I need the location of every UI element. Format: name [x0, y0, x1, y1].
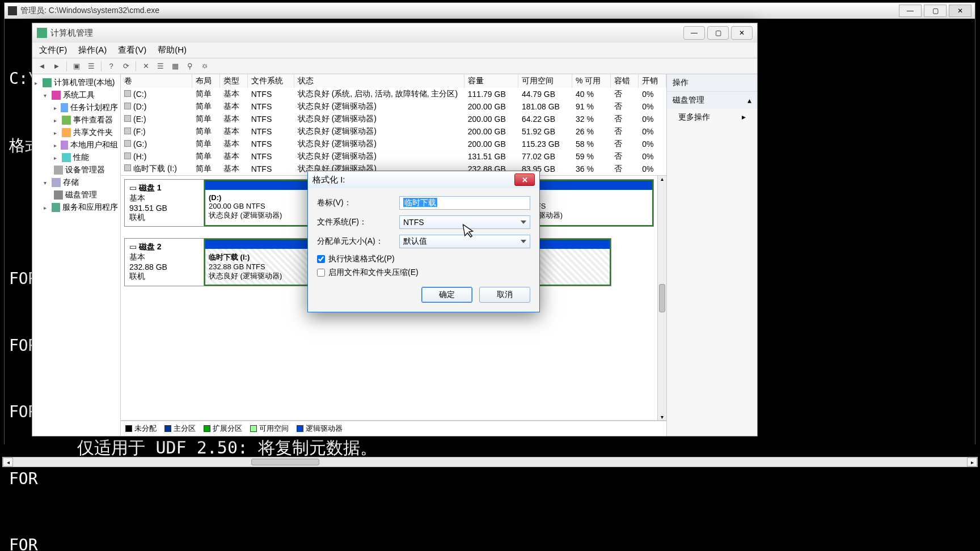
- refresh-icon[interactable]: ⟳: [120, 60, 132, 73]
- col-pct-free[interactable]: % 可用: [572, 74, 611, 88]
- table-row[interactable]: (C:)简单基本NTFS状态良好 (系统, 启动, 活动, 故障转储, 主分区)…: [121, 88, 666, 100]
- mgmt-close-button[interactable]: ✕: [731, 26, 753, 40]
- col-overhead[interactable]: 开销: [639, 74, 666, 88]
- table-row[interactable]: (E:)简单基本NTFS状态良好 (逻辑驱动器)200.00 GB64.22 G…: [121, 113, 666, 125]
- compression-checkbox[interactable]: 启用文件和文件夹压缩(E): [317, 268, 530, 278]
- cancel-button[interactable]: 取消: [479, 287, 530, 303]
- filesystem-select[interactable]: NTFS: [399, 215, 530, 229]
- mgmt-minimize-button[interactable]: —: [683, 26, 705, 40]
- label-allocation: 分配单元大小(A)：: [317, 236, 399, 247]
- back-icon[interactable]: ◄: [36, 60, 48, 73]
- menu-view[interactable]: 查看(V): [116, 44, 149, 57]
- format-dialog: 格式化 I: ✕ 卷标(V)： 临时下载 文件系统(F)： NTFS 分配单元大…: [307, 171, 540, 312]
- table-row[interactable]: (D:)简单基本NTFS状态良好 (逻辑驱动器)200.00 GB181.08 …: [121, 100, 666, 113]
- mgmt-app-icon: [37, 28, 47, 38]
- col-fault[interactable]: 容错: [611, 74, 639, 88]
- find-icon[interactable]: ⚲: [184, 60, 196, 73]
- col-status[interactable]: 状态: [294, 74, 464, 88]
- table-row[interactable]: (G:)简单基本NTFS状态良好 (逻辑驱动器)200.00 GB115.23 …: [121, 138, 666, 150]
- disk2-label: ▭ 磁盘 2 基本 232.88 GB 联机: [125, 239, 204, 286]
- tree-system-tools[interactable]: ▾系统工具: [32, 89, 120, 101]
- allocation-select[interactable]: 默认值: [399, 235, 530, 248]
- toolbar: ◄ ► ▣ ☰ ? ⟳ ✕ ☰ ▦ ⚲ ⛭: [32, 58, 757, 74]
- maximize-button[interactable]: ▢: [924, 5, 947, 17]
- tree-disk-management[interactable]: 磁盘管理: [32, 189, 120, 201]
- minimize-button[interactable]: —: [899, 5, 922, 17]
- col-capacity[interactable]: 容量: [464, 74, 518, 88]
- col-type[interactable]: 类型: [219, 74, 247, 88]
- col-free[interactable]: 可用空间: [518, 74, 572, 88]
- settings-icon[interactable]: ⛭: [198, 60, 211, 73]
- scroll-left-icon[interactable]: ◂: [3, 457, 13, 467]
- menu-action[interactable]: 操作(A): [76, 44, 109, 57]
- action-icon[interactable]: ☰: [154, 60, 167, 73]
- table-row[interactable]: (H:)简单基本NTFS状态良好 (逻辑驱动器)131.51 GB77.02 G…: [121, 150, 666, 163]
- legend: 未分配 主分区 扩展分区 可用空间 逻辑驱动器: [121, 421, 666, 436]
- dialog-titlebar[interactable]: 格式化 I: ✕: [308, 171, 539, 188]
- mgmt-title: 计算机管理: [50, 28, 681, 39]
- menu-help[interactable]: 帮助(H): [155, 44, 189, 57]
- menu-file[interactable]: 文件(F): [37, 44, 69, 57]
- quick-format-checkbox[interactable]: 执行快速格式化(P): [317, 254, 530, 264]
- col-volume[interactable]: 卷: [121, 74, 192, 88]
- tree-event-viewer[interactable]: ▸事件查看器: [32, 114, 120, 126]
- actions-more[interactable]: 更多操作▸: [667, 109, 757, 126]
- col-layout[interactable]: 布局: [192, 74, 220, 88]
- chevron-down-icon: [521, 240, 526, 243]
- disk1-label: ▭ 磁盘 1 基本 931.51 GB 联机: [125, 180, 204, 226]
- close-button[interactable]: ✕: [949, 5, 971, 17]
- tree-task-scheduler[interactable]: ▸任务计划程序: [32, 101, 120, 114]
- table-row[interactable]: (F:)简单基本NTFS状态良好 (逻辑驱动器)200.00 GB51.92 G…: [121, 125, 666, 138]
- quick-format-input[interactable]: [317, 255, 325, 263]
- tree-device-manager[interactable]: 设备管理器: [32, 164, 120, 176]
- dialog-title: 格式化 I:: [312, 175, 514, 185]
- help-icon[interactable]: ?: [105, 60, 117, 73]
- col-fs[interactable]: 文件系统: [247, 74, 294, 88]
- tree-local-users[interactable]: ▸本地用户和组: [32, 139, 120, 151]
- label-volume: 卷标(V)：: [317, 198, 399, 208]
- volume-table[interactable]: 卷 布局 类型 文件系统 状态 容量 可用空间 % 可用 容错 开销 (C:)简…: [121, 74, 666, 176]
- tree-performance[interactable]: ▸性能: [32, 151, 120, 164]
- navigation-tree[interactable]: ▸计算机管理(本地) ▾系统工具 ▸任务计划程序 ▸事件查看器 ▸共享文件夹 ▸…: [32, 74, 121, 436]
- view-icon[interactable]: ▦: [169, 60, 181, 73]
- mgmt-titlebar[interactable]: 计算机管理 — ▢ ✕: [32, 23, 757, 43]
- chevron-right-icon: ▸: [742, 112, 746, 122]
- cmd-title: 管理员: C:\Windows\system32\cmd.exe: [20, 6, 897, 16]
- volume-label-input[interactable]: 临时下载: [399, 196, 530, 210]
- cmd-bottom-text: 仅适用于 UDF 2.50: 将复制元数据。: [6, 436, 377, 460]
- actions-header: 操作: [667, 74, 757, 92]
- actions-disk-mgmt[interactable]: 磁盘管理▴: [667, 92, 757, 109]
- collapse-icon: ▴: [747, 96, 751, 105]
- ok-button[interactable]: 确定: [421, 287, 472, 303]
- forward-icon[interactable]: ►: [50, 60, 63, 73]
- tree-services[interactable]: ▸服务和应用程序: [32, 201, 120, 214]
- cmd-titlebar: 管理员: C:\Windows\system32\cmd.exe — ▢ ✕: [5, 3, 975, 19]
- tree-root[interactable]: ▸计算机管理(本地): [32, 77, 120, 89]
- outer-horizontal-scrollbar[interactable]: ◂ ▸: [2, 457, 978, 467]
- chevron-down-icon: [521, 221, 526, 224]
- label-filesystem: 文件系统(F)：: [317, 217, 399, 227]
- cmd-icon: [8, 6, 17, 15]
- scroll-thumb[interactable]: [251, 459, 319, 465]
- actions-pane: 操作 磁盘管理▴ 更多操作▸: [666, 74, 757, 436]
- dialog-close-button[interactable]: ✕: [514, 173, 535, 186]
- properties-icon[interactable]: ☰: [85, 60, 98, 73]
- diskpane-scrollbar[interactable]: ▴ ▾: [657, 176, 666, 420]
- tree-storage[interactable]: ▾存储: [32, 176, 120, 189]
- delete-icon[interactable]: ✕: [140, 60, 152, 73]
- compression-input[interactable]: [317, 269, 325, 277]
- scroll-right-icon[interactable]: ▸: [967, 457, 977, 467]
- tree-shared-folders[interactable]: ▸共享文件夹: [32, 126, 120, 139]
- mgmt-maximize-button[interactable]: ▢: [707, 26, 729, 40]
- menubar: 文件(F) 操作(A) 查看(V) 帮助(H): [32, 43, 757, 58]
- up-icon[interactable]: ▣: [70, 60, 83, 73]
